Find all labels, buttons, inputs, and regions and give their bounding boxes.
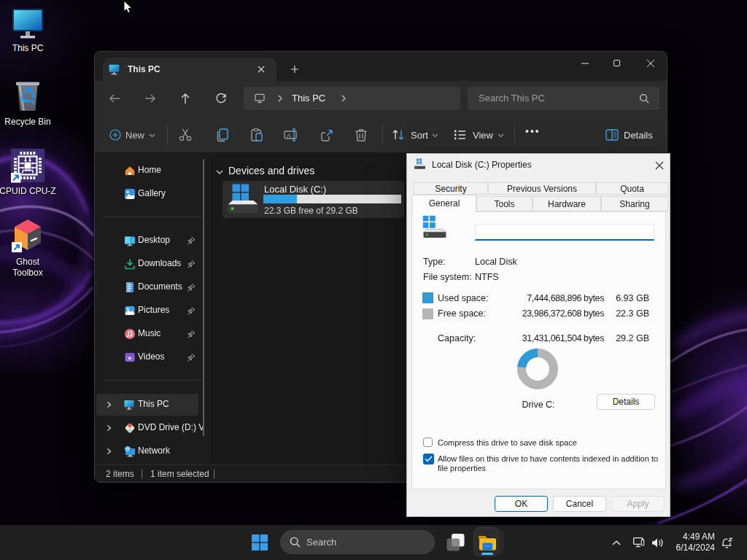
svg-text:A: A [287,132,291,139]
